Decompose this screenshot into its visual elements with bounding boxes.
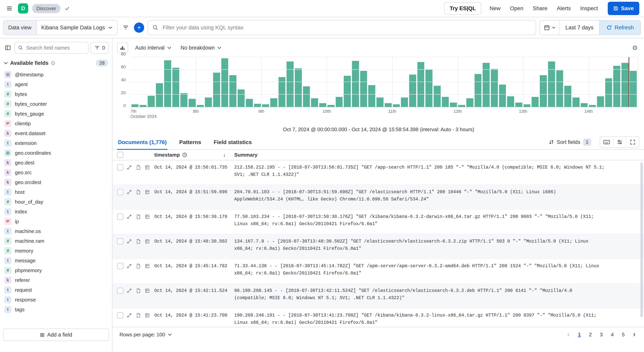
expand-row-icon[interactable] [126, 164, 132, 171]
table-view-icon[interactable] [144, 164, 150, 171]
field-item[interactable]: # bytes [2, 89, 110, 99]
field-item[interactable]: k geo.src [2, 168, 110, 177]
date-picker-button[interactable] [540, 20, 560, 35]
field-item[interactable]: # machine.ram [2, 236, 110, 246]
timestamp-column-header[interactable]: timestamp ↓ [154, 152, 229, 158]
try-esql-button[interactable]: Try ES|QL [444, 2, 482, 15]
field-item[interactable]: t index [2, 207, 110, 217]
filter-icon[interactable] [121, 23, 130, 32]
field-item[interactable]: ⊕ geo.coordinates [2, 148, 110, 158]
row-checkbox[interactable] [117, 214, 124, 220]
breadcrumb[interactable]: Discover [32, 4, 60, 13]
tab[interactable]: Patterns [178, 135, 202, 150]
select-all-checkbox[interactable] [117, 152, 124, 158]
breakdown-button[interactable]: No breakdown [178, 43, 224, 52]
table-view-icon[interactable] [144, 189, 150, 195]
page-number-button[interactable]: 3 [596, 330, 606, 340]
document-icon[interactable] [135, 214, 142, 220]
row-checkbox[interactable] [117, 189, 124, 195]
row-checkbox[interactable] [117, 263, 124, 269]
field-item[interactable]: IP ip [2, 217, 110, 226]
available-fields-header[interactable]: Available fields 28 [0, 59, 112, 66]
save-button[interactable]: Save [608, 2, 639, 15]
table-view-icon[interactable] [144, 263, 150, 269]
row-checkbox[interactable] [117, 238, 124, 245]
field-item[interactable]: IP clientip [2, 119, 110, 128]
expand-row-icon[interactable] [126, 312, 132, 319]
expand-row-icon[interactable] [126, 263, 132, 269]
field-item[interactable]: # phpmemory [2, 266, 110, 275]
header-action-link[interactable]: Share [528, 3, 552, 14]
field-type-icon: t [4, 208, 11, 215]
header-action-link[interactable]: Inspect [576, 3, 602, 14]
field-item[interactable]: # memory [2, 246, 110, 256]
header-action-link[interactable]: New [485, 3, 505, 14]
field-item[interactable]: k event.dataset [2, 128, 110, 138]
field-type-icon: # [4, 100, 11, 107]
chart-options-gear-icon[interactable]: ⚙ [630, 43, 640, 52]
document-icon[interactable] [135, 164, 142, 171]
field-search-input[interactable] [26, 44, 85, 51]
sort-fields-button[interactable]: Sort fields 1 [546, 138, 594, 146]
field-item[interactable]: k geo.dest [2, 158, 110, 168]
table-view-icon[interactable] [144, 238, 150, 245]
table-view-icon[interactable] [144, 288, 150, 294]
table-view-icon[interactable] [144, 214, 150, 220]
expand-row-icon[interactable] [126, 238, 132, 245]
auto-interval-button[interactable]: Auto interval [133, 43, 174, 52]
field-item[interactable]: t message [2, 256, 110, 266]
field-item[interactable]: t machine.os [2, 226, 110, 236]
field-item[interactable]: t tags [2, 305, 110, 315]
header-action-link[interactable]: Open [506, 3, 528, 14]
expand-row-icon[interactable] [126, 189, 132, 195]
prev-page-icon[interactable]: ‹ [563, 330, 574, 340]
tab[interactable]: Documents (1,776) [117, 135, 168, 150]
add-filter-button[interactable]: + [134, 22, 144, 33]
fullscreen-icon[interactable] [626, 137, 639, 148]
keyboard-shortcuts-icon[interactable] [600, 137, 613, 148]
table-view-icon[interactable] [144, 312, 150, 319]
document-icon[interactable] [135, 238, 142, 245]
add-field-button[interactable]: ⊞ Add a field [3, 329, 109, 341]
display-options-icon[interactable] [613, 137, 626, 148]
page-number-button[interactable]: 2 [585, 330, 596, 340]
space-avatar[interactable]: D [18, 3, 28, 13]
collapse-sidebar-icon[interactable] [3, 43, 12, 52]
field-item[interactable]: # bytes_gauge [2, 109, 110, 119]
expand-row-icon[interactable] [126, 288, 132, 294]
row-checkbox[interactable] [117, 312, 124, 319]
field-item[interactable]: # bytes_counter [2, 99, 110, 109]
header-action-link[interactable]: Alerts [552, 3, 575, 14]
info-icon [51, 61, 55, 65]
row-checkbox[interactable] [117, 164, 124, 171]
rows-per-page-button[interactable]: Rows per page: 100 [117, 331, 174, 338]
table-scrollbar[interactable] [640, 162, 643, 317]
refresh-button[interactable]: Refresh [599, 20, 640, 35]
field-item[interactable]: t host [2, 187, 110, 197]
document-icon[interactable] [135, 312, 142, 319]
page-number-button[interactable]: 1 [574, 330, 584, 340]
field-item[interactable]: t agent [2, 79, 110, 89]
page-number-button[interactable]: 5 [618, 330, 628, 340]
page-number-button[interactable]: 4 [607, 330, 617, 340]
document-icon[interactable] [135, 189, 142, 195]
field-item[interactable]: t response [2, 295, 110, 305]
time-range-button[interactable]: Last 7 days [560, 20, 599, 35]
field-item[interactable]: k geo.srcdest [2, 177, 110, 187]
field-item[interactable]: # hour_of_day [2, 197, 110, 207]
sort-desc-icon[interactable]: ↓ [223, 152, 229, 158]
data-view-picker[interactable]: Data view Kibana Sample Data Logs [3, 20, 118, 35]
expand-row-icon[interactable] [126, 214, 132, 220]
kql-input[interactable] [162, 24, 532, 31]
field-item[interactable]: k referer [2, 275, 110, 285]
document-icon[interactable] [135, 263, 142, 269]
field-filter-button[interactable]: 0 [90, 42, 109, 54]
row-checkbox[interactable] [117, 288, 124, 294]
document-icon[interactable] [135, 288, 142, 294]
menu-icon[interactable] [5, 4, 14, 13]
tab[interactable]: Field statistics [213, 135, 253, 150]
field-item[interactable]: ⊞ @timestamp [2, 70, 110, 79]
field-item[interactable]: t request [2, 285, 110, 295]
field-item[interactable]: t extension [2, 138, 110, 148]
next-page-icon[interactable]: › [629, 330, 639, 340]
